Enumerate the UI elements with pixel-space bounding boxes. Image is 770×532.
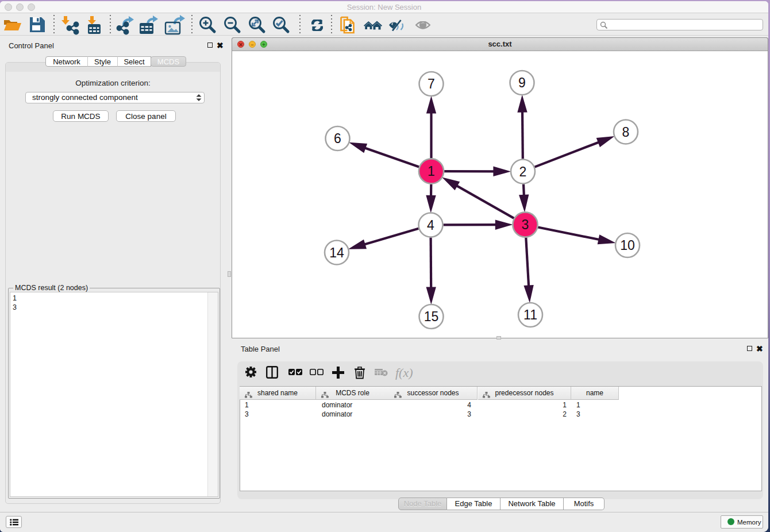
svg-text:9: 9 [518, 75, 526, 90]
svg-text:3: 3 [522, 217, 529, 232]
svg-text:14: 14 [329, 245, 344, 260]
svg-text:1: 1 [428, 164, 435, 179]
svg-text:8: 8 [622, 125, 630, 140]
svg-text:11: 11 [523, 307, 537, 322]
svg-text:15: 15 [424, 309, 439, 324]
svg-text:10: 10 [620, 238, 635, 253]
svg-text:6: 6 [334, 131, 341, 146]
svg-text:2: 2 [519, 164, 527, 179]
svg-text:7: 7 [428, 76, 435, 91]
svg-text:4: 4 [427, 218, 434, 233]
